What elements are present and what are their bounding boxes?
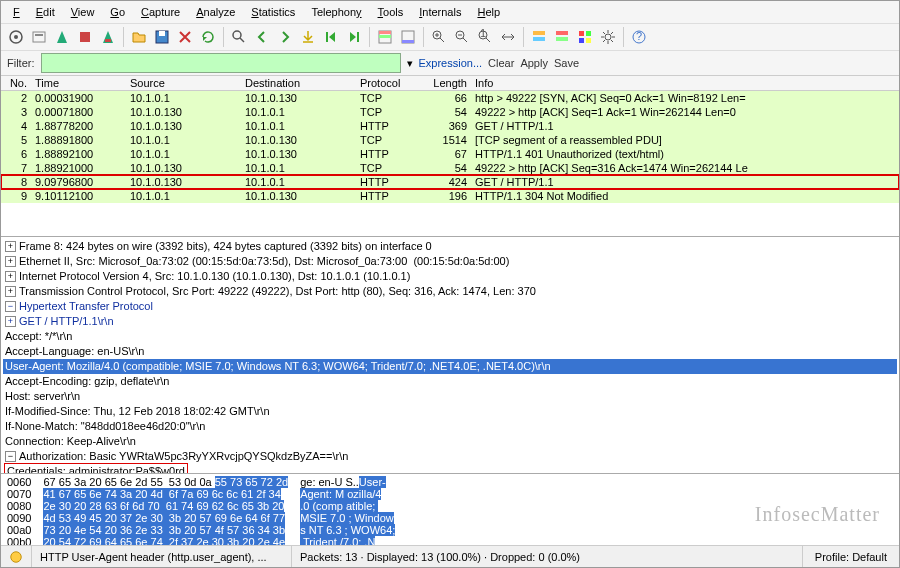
toolbar: 1 ? — [1, 24, 899, 51]
tree-ethernet[interactable]: +Ethernet II, Src: Microsof_0a:73:02 (00… — [3, 254, 897, 269]
tree-if-modified[interactable]: If-Modified-Since: Thu, 12 Feb 2018 18:0… — [3, 404, 897, 419]
menu-statistics[interactable]: Statistics — [243, 3, 303, 21]
menu-edit[interactable]: Edit — [28, 3, 63, 21]
autoscroll-icon[interactable] — [397, 26, 419, 48]
tree-frame[interactable]: +Frame 8: 424 bytes on wire (3392 bits),… — [3, 239, 897, 254]
tree-http[interactable]: −Hypertext Transfer Protocol — [3, 299, 897, 314]
filter-input[interactable] — [41, 53, 401, 73]
prefs-icon[interactable] — [597, 26, 619, 48]
svg-rect-23 — [586, 31, 591, 36]
expand-icon[interactable]: + — [5, 256, 16, 267]
table-row[interactable]: 61.8889210010.1.0.110.1.0.130HTTP67HTTP/… — [1, 147, 899, 161]
tree-accept-language[interactable]: Accept-Language: en-US\r\n — [3, 344, 897, 359]
displayfilters-icon[interactable] — [551, 26, 573, 48]
menu-help[interactable]: Help — [469, 3, 508, 21]
find-icon[interactable] — [228, 26, 250, 48]
collapse-icon[interactable]: − — [5, 451, 16, 462]
restart-icon[interactable] — [97, 26, 119, 48]
svg-rect-22 — [579, 31, 584, 36]
hex-ascii: ge: en-U S..User- Agent: M ozilla/4 .0 (… — [294, 474, 401, 545]
table-row[interactable]: 51.8889180010.1.0.110.1.0.130TCP1514[TCP… — [1, 133, 899, 147]
table-row[interactable]: 20.0003190010.1.0.110.1.0.130TCP66http >… — [1, 91, 899, 105]
zoom-in-icon[interactable] — [428, 26, 450, 48]
table-row[interactable]: 30.0007180010.1.0.13010.1.0.1TCP5449222 … — [1, 105, 899, 119]
col-protocol[interactable]: Protocol — [356, 76, 416, 90]
hex-offsets: 0060 0070 0080 0090 00a0 00b0 — [1, 474, 37, 545]
col-time[interactable]: Time — [31, 76, 126, 90]
svg-text:1: 1 — [480, 29, 486, 39]
col-info[interactable]: Info — [471, 76, 899, 90]
col-length[interactable]: Length — [416, 76, 471, 90]
close-icon[interactable] — [174, 26, 196, 48]
stop-icon[interactable] — [74, 26, 96, 48]
menu-internals[interactable]: Internals — [411, 3, 469, 21]
reload-icon[interactable] — [197, 26, 219, 48]
tree-host[interactable]: Host: server\r\n — [3, 389, 897, 404]
save-icon[interactable] — [151, 26, 173, 48]
start-icon[interactable] — [51, 26, 73, 48]
goto-first-icon[interactable] — [320, 26, 342, 48]
help-icon[interactable]: ? — [628, 26, 650, 48]
packet-details[interactable]: +Frame 8: 424 bytes on wire (3392 bits),… — [1, 236, 899, 473]
tree-tcp[interactable]: +Transmission Control Protocol, Src Port… — [3, 284, 897, 299]
coloring-rules-icon[interactable] — [574, 26, 596, 48]
table-row[interactable]: 41.8877820010.1.0.13010.1.0.1HTTP369GET … — [1, 119, 899, 133]
menu-view[interactable]: View — [63, 3, 103, 21]
tree-authorization[interactable]: −Authorization: Basic YWRtaW5pc3RyYXRvcj… — [3, 449, 897, 464]
expand-icon[interactable]: + — [5, 241, 16, 252]
svg-rect-24 — [579, 38, 584, 43]
colorize-icon[interactable] — [374, 26, 396, 48]
filter-bar: Filter: ▾ Expression... Clear Apply Save — [1, 51, 899, 76]
svg-rect-10 — [379, 31, 391, 34]
tree-accept[interactable]: Accept: */*\r\n — [3, 329, 897, 344]
packet-list[interactable]: No. Time Source Destination Protocol Len… — [1, 76, 899, 236]
menu-go[interactable]: Go — [102, 3, 133, 21]
table-row[interactable]: 89.0979680010.1.0.13010.1.0.1HTTP424GET … — [1, 175, 899, 189]
forward-icon[interactable] — [274, 26, 296, 48]
expression-link[interactable]: Expression... — [419, 57, 483, 69]
jump-icon[interactable] — [297, 26, 319, 48]
interfaces-icon[interactable] — [5, 26, 27, 48]
open-icon[interactable] — [128, 26, 150, 48]
status-profile[interactable]: Profile: Default — [803, 551, 899, 563]
tree-accept-encoding[interactable]: Accept-Encoding: gzip, deflate\r\n — [3, 374, 897, 389]
goto-last-icon[interactable] — [343, 26, 365, 48]
menu-bar: F Edit View Go Capture Analyze Statistic… — [1, 1, 899, 24]
col-source[interactable]: Source — [126, 76, 241, 90]
hex-pane[interactable]: 0060 0070 0080 0090 00a0 00b0 67 65 3a 2… — [1, 473, 899, 545]
capturefilters-icon[interactable] — [528, 26, 550, 48]
table-row[interactable]: 71.8892100010.1.0.13010.1.0.1TCP5449222 … — [1, 161, 899, 175]
menu-tools[interactable]: Tools — [370, 3, 412, 21]
clear-button[interactable]: Clear — [488, 57, 514, 69]
tree-credentials[interactable]: Credentials: administrator:Pa$$w0rd — [3, 464, 897, 473]
resize-cols-icon[interactable] — [497, 26, 519, 48]
status-icon[interactable] — [1, 546, 32, 567]
expand-icon[interactable]: + — [5, 316, 16, 327]
col-no[interactable]: No. — [1, 76, 31, 90]
svg-rect-18 — [533, 31, 545, 35]
apply-button[interactable]: Apply — [520, 57, 548, 69]
svg-rect-19 — [533, 37, 545, 41]
menu-analyze[interactable]: Analyze — [188, 3, 243, 21]
tree-get[interactable]: +GET / HTTP/1.1\r\n — [3, 314, 897, 329]
save-button[interactable]: Save — [554, 57, 579, 69]
zoom-out-icon[interactable] — [451, 26, 473, 48]
menu-telephony[interactable]: Telephony — [303, 3, 369, 21]
filter-dropdown-icon[interactable]: ▾ — [407, 57, 413, 70]
expand-icon[interactable]: + — [5, 286, 16, 297]
svg-rect-11 — [379, 35, 391, 38]
options-icon[interactable] — [28, 26, 50, 48]
tree-if-none-match[interactable]: If-None-Match: "848dd018ee46d20:0"\r\n — [3, 419, 897, 434]
tree-user-agent[interactable]: User-Agent: Mozilla/4.0 (compatible; MSI… — [3, 359, 897, 374]
col-destination[interactable]: Destination — [241, 76, 356, 90]
menu-capture[interactable]: Capture — [133, 3, 188, 21]
status-field: HTTP User-Agent header (http.user_agent)… — [32, 546, 292, 567]
menu-file[interactable]: F — [5, 3, 28, 21]
tree-connection[interactable]: Connection: Keep-Alive\r\n — [3, 434, 897, 449]
back-icon[interactable] — [251, 26, 273, 48]
tree-ip[interactable]: +Internet Protocol Version 4, Src: 10.1.… — [3, 269, 897, 284]
expand-icon[interactable]: + — [5, 271, 16, 282]
collapse-icon[interactable]: − — [5, 301, 16, 312]
zoom-reset-icon[interactable]: 1 — [474, 26, 496, 48]
table-row[interactable]: 99.1011210010.1.0.110.1.0.130HTTP196HTTP… — [1, 189, 899, 203]
